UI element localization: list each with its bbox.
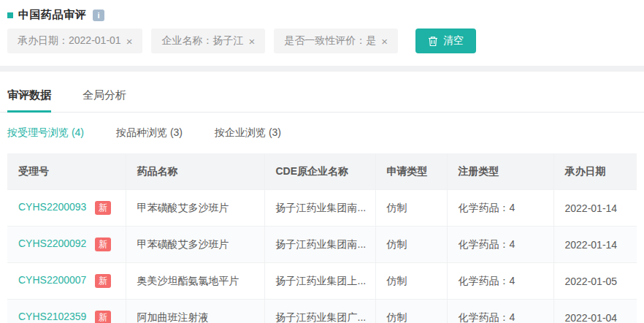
main-tabs: 审评数据 全局分析 bbox=[0, 81, 644, 113]
filter-row: 承办日期：2022-01-01 × 企业名称：扬子江 × 是否一致性评价：是 ×… bbox=[7, 28, 637, 53]
table-row: CYHS2200093 新 甲苯磺酸艾多沙班片 扬子江药业集团南... 仿制 化… bbox=[7, 190, 637, 227]
section-divider bbox=[0, 66, 644, 72]
tab-review-data[interactable]: 审评数据 bbox=[7, 81, 51, 112]
apply-type-cell: 仿制 bbox=[375, 190, 447, 227]
table-row: CYHS2200092 新 甲苯磺酸艾多沙班片 扬子江药业集团南... 仿制 化… bbox=[7, 227, 637, 263]
review-table: 受理号 药品名称 CDE原企业名称 申请类型 注册类型 承办日期 CYHS220… bbox=[7, 153, 637, 323]
info-icon[interactable]: i bbox=[93, 10, 104, 21]
col-header-receipt-number: 受理号 bbox=[7, 154, 126, 190]
apply-type-cell: 仿制 bbox=[375, 300, 447, 323]
drug-name-cell: 甲苯磺酸艾多沙班片 bbox=[126, 190, 264, 227]
table-row: CYHS2102359 新 阿加曲班注射液 扬子江药业集团广... 仿制 化学药… bbox=[7, 300, 637, 323]
receipt-number-link[interactable]: CYHS2102359 bbox=[18, 311, 86, 322]
filter-chip-company-text: 企业名称：扬子江 bbox=[161, 34, 243, 48]
new-badge: 新 bbox=[95, 274, 111, 288]
reg-type-cell: 化学药品：4 bbox=[447, 227, 553, 263]
drug-name-cell: 奥美沙坦酯氨氯地平片 bbox=[126, 263, 264, 300]
filter-chip-date: 承办日期：2022-01-01 × bbox=[7, 28, 142, 53]
filter-chip-date-remove-icon[interactable]: × bbox=[126, 36, 133, 47]
page-title: 中国药品审评 bbox=[18, 8, 86, 22]
receipt-number-link[interactable]: CYHS2200092 bbox=[18, 238, 86, 249]
page-header: 中国药品审评 i bbox=[0, 0, 644, 22]
col-header-drug-name: 药品名称 bbox=[126, 154, 264, 190]
company-cell: 扬子江药业集团上... bbox=[264, 263, 375, 300]
filter-chip-company: 企业名称：扬子江 × bbox=[151, 28, 265, 53]
date-cell: 2022-01-14 bbox=[553, 190, 637, 227]
clear-button-label: 清空 bbox=[443, 34, 464, 48]
reg-type-cell: 化学药品：4 bbox=[447, 300, 553, 323]
filter-chip-consistency: 是否一致性评价：是 × bbox=[274, 28, 398, 53]
sub-tabs: 按受理号浏览 (4) 按品种浏览 (3) 按企业浏览 (3) bbox=[0, 126, 644, 140]
col-header-cde-company: CDE原企业名称 bbox=[264, 154, 375, 190]
new-badge: 新 bbox=[95, 311, 111, 323]
col-header-reg-type: 注册类型 bbox=[447, 154, 553, 190]
drug-name-cell: 甲苯磺酸艾多沙班片 bbox=[126, 227, 264, 263]
reg-type-cell: 化学药品：4 bbox=[447, 190, 553, 227]
table-row: CYHS2200007 新 奥美沙坦酯氨氯地平片 扬子江药业集团上... 仿制 … bbox=[7, 263, 637, 300]
table-header-row: 受理号 药品名称 CDE原企业名称 申请类型 注册类型 承办日期 bbox=[7, 154, 637, 190]
apply-type-cell: 仿制 bbox=[375, 263, 447, 300]
new-badge: 新 bbox=[95, 238, 111, 251]
drug-name-cell: 阿加曲班注射液 bbox=[126, 300, 264, 323]
tab-global-analysis[interactable]: 全局分析 bbox=[83, 81, 126, 112]
apply-type-cell: 仿制 bbox=[375, 227, 447, 263]
company-cell: 扬子江药业集团南... bbox=[264, 227, 375, 263]
receipt-number-link[interactable]: CYHS2200093 bbox=[18, 201, 86, 213]
review-table-wrap: 受理号 药品名称 CDE原企业名称 申请类型 注册类型 承办日期 CYHS220… bbox=[7, 153, 637, 323]
filter-chip-consistency-remove-icon[interactable]: × bbox=[381, 36, 388, 47]
title-bullet-icon bbox=[7, 12, 13, 18]
clear-filters-button[interactable]: 清空 bbox=[415, 28, 476, 53]
filter-chip-company-remove-icon[interactable]: × bbox=[248, 36, 255, 47]
trash-icon bbox=[428, 36, 438, 47]
company-cell: 扬子江药业集团南... bbox=[264, 190, 375, 227]
date-cell: 2022-01-04 bbox=[553, 300, 637, 323]
date-cell: 2022-01-14 bbox=[553, 227, 637, 263]
reg-type-cell: 化学药品：4 bbox=[447, 263, 553, 300]
new-badge: 新 bbox=[95, 201, 111, 215]
subtab-by-variety[interactable]: 按品种浏览 (3) bbox=[116, 126, 183, 140]
subtab-by-company[interactable]: 按企业浏览 (3) bbox=[215, 126, 281, 140]
date-cell: 2022-01-05 bbox=[553, 263, 637, 300]
filter-chip-date-text: 承办日期：2022-01-01 bbox=[18, 34, 121, 48]
col-header-apply-type: 申请类型 bbox=[375, 154, 447, 190]
receipt-number-link[interactable]: CYHS2200007 bbox=[18, 274, 86, 286]
company-cell: 扬子江药业集团广... bbox=[264, 300, 375, 323]
subtab-by-receipt-number[interactable]: 按受理号浏览 (4) bbox=[7, 126, 84, 140]
col-header-date: 承办日期 bbox=[553, 154, 637, 190]
filter-chip-consistency-text: 是否一致性评价：是 bbox=[284, 34, 376, 48]
